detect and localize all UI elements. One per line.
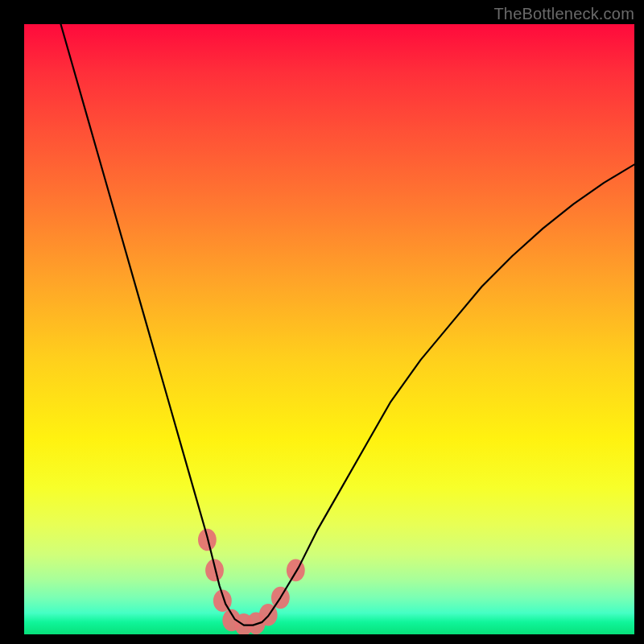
svg-point-8 — [287, 559, 305, 582]
watermark-text: TheBottleneck.com — [493, 5, 634, 23]
plot-area — [24, 24, 634, 634]
highlight-right-upper — [287, 559, 305, 582]
chart-svg — [24, 24, 634, 634]
outer-frame: TheBottleneck.com — [0, 0, 644, 644]
bottleneck-curve — [60, 24, 634, 625]
markers-group — [198, 529, 305, 634]
